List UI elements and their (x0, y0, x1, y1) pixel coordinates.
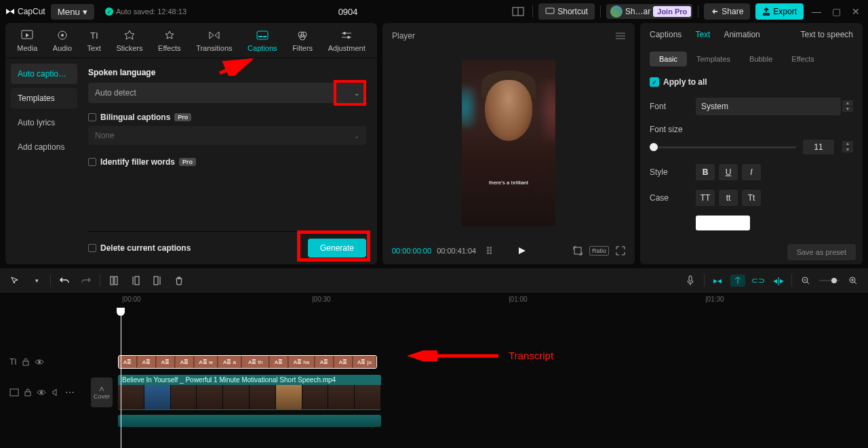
delete-button[interactable] (171, 272, 187, 289)
tab-effects[interactable]: Effects (158, 28, 180, 52)
playhead[interactable] (121, 308, 121, 448)
preview-icon[interactable]: ◂|▸ (771, 274, 786, 287)
right-tab-text[interactable]: Text (695, 30, 710, 45)
minimize-button[interactable]: — (809, 3, 824, 20)
export-button[interactable]: Export (755, 3, 804, 20)
subtab-basic[interactable]: Basic (650, 52, 687, 66)
zoom-slider[interactable] (819, 272, 840, 289)
caption-clip[interactable]: A≣ (176, 356, 194, 368)
eye-icon[interactable] (37, 389, 46, 396)
selection-dropdown[interactable]: ▾ (28, 272, 45, 289)
subtab-effects[interactable]: Effects (782, 52, 823, 66)
zoom-out-button[interactable] (797, 272, 814, 289)
sidebar-auto-lyrics[interactable]: Auto lyrics (11, 113, 77, 133)
font-stepper[interactable]: ▲▼ (842, 100, 853, 113)
tab-media[interactable]: Media (17, 28, 37, 52)
magnet-icon[interactable]: ▸◂ (710, 274, 725, 287)
lock-icon[interactable] (22, 358, 29, 366)
join-pro-badge[interactable]: Join Pro (653, 6, 691, 17)
user-account[interactable]: Sh…ar Join Pro (606, 4, 692, 19)
audio-clip[interactable] (118, 415, 381, 427)
caption-clip[interactable]: A≣ (157, 356, 175, 368)
selection-tool[interactable] (7, 272, 23, 289)
redo-button[interactable] (78, 272, 94, 289)
right-tab-tts[interactable]: Text to speech (801, 30, 853, 45)
lock-icon[interactable] (24, 388, 31, 396)
snap-icon[interactable] (730, 274, 745, 287)
italic-button[interactable]: I (742, 164, 761, 180)
case-title-button[interactable]: Tt (742, 190, 761, 206)
sidebar-add-captions[interactable]: Add captions (11, 137, 77, 157)
scale-icon[interactable] (573, 246, 583, 256)
fullscreen-icon[interactable] (616, 246, 625, 256)
generate-button[interactable]: Generate (308, 239, 366, 258)
more-icon[interactable]: ⋯ (65, 387, 75, 398)
color-swatch[interactable] (696, 216, 750, 230)
share-button[interactable]: Share (704, 3, 750, 20)
fontsize-stepper[interactable]: ▲▼ (842, 141, 853, 153)
tab-text[interactable]: TIText (87, 28, 101, 52)
caption-clip[interactable]: A≣ (119, 356, 137, 368)
play-button[interactable] (517, 246, 526, 256)
bold-button[interactable]: B (696, 164, 715, 180)
caption-clip[interactable]: A≣ (315, 356, 334, 368)
zoom-in-button[interactable] (845, 272, 861, 289)
player-viewport[interactable]: there's a brilliant (382, 49, 635, 237)
caption-clips[interactable]: A≣ A≣ A≣ A≣ A≣ w A≣ a A≣ th A≣ A≣ ha A≣ … (118, 355, 377, 369)
timeline-tracks[interactable]: TI A≣ A≣ A≣ A≣ A≣ w A≣ a A≣ th A≣ A≣ ha … (0, 308, 868, 448)
mic-icon[interactable] (682, 272, 698, 289)
spoken-language-select[interactable]: Auto detect ⌄ (88, 83, 366, 103)
right-tab-animation[interactable]: Animation (724, 30, 760, 45)
fontsize-slider[interactable] (650, 146, 796, 148)
sidebar-auto-captions[interactable]: Auto captio… (11, 64, 77, 84)
split-button[interactable] (106, 272, 122, 289)
shortcut-button[interactable]: Shortcut (538, 3, 595, 20)
timeline-ruler[interactable]: |00:00 |00:30 |01:00 |01:30 (0, 293, 868, 308)
case-upper-button[interactable]: TT (696, 190, 715, 206)
close-button[interactable]: ✕ (849, 3, 863, 20)
filler-checkbox[interactable] (88, 158, 96, 166)
tab-transitions[interactable]: Transitions (196, 28, 232, 52)
mute-icon[interactable] (52, 388, 60, 396)
maximize-button[interactable]: ▢ (829, 3, 844, 20)
caption-clip[interactable]: A≣ th (242, 356, 269, 368)
undo-button[interactable] (56, 272, 73, 289)
fontsize-value[interactable]: 11 (803, 140, 834, 155)
tab-adjustment[interactable]: Adjustment (328, 28, 366, 52)
subtab-templates[interactable]: Templates (687, 52, 740, 66)
player-menu-icon[interactable] (616, 32, 625, 40)
caption-clip[interactable]: A≣ (334, 356, 353, 368)
delete-captions-checkbox[interactable] (88, 244, 96, 252)
tab-captions[interactable]: Captions (248, 28, 277, 52)
tab-filters[interactable]: Filters (292, 28, 313, 52)
caption-clip[interactable]: A≣ (138, 356, 156, 368)
caption-clip[interactable]: A≣ ha (289, 356, 315, 368)
sidebar-templates[interactable]: Templates (11, 88, 77, 108)
caption-clip[interactable]: A≣ (270, 356, 288, 368)
project-name[interactable]: 0904 (192, 7, 504, 17)
right-tab-captions[interactable]: Captions (650, 30, 682, 45)
ratio-button[interactable]: Ratio (589, 246, 609, 256)
eye-icon[interactable] (35, 359, 44, 365)
apply-all-checkbox[interactable]: ✓ (650, 77, 659, 87)
tab-stickers[interactable]: Stickers (116, 28, 142, 52)
layout-icon[interactable] (509, 4, 527, 19)
link-icon[interactable]: ⊂⊃ (751, 274, 766, 287)
video-clip[interactable]: Believe In Yourself _ Powerful 1 Minute … (118, 375, 381, 410)
cover-button[interactable]: Cover (91, 378, 113, 407)
subtab-bubble[interactable]: Bubble (740, 52, 782, 66)
caption-clip[interactable]: A≣ a (218, 356, 241, 368)
caption-clip[interactable]: A≣ w (195, 356, 218, 368)
trim-right-button[interactable] (149, 272, 165, 289)
tab-audio[interactable]: Audio (53, 28, 72, 52)
list-icon[interactable] (487, 247, 498, 255)
time-duration: 00:00:41:04 (437, 247, 476, 255)
save-preset-button[interactable]: Save as preset (787, 244, 856, 260)
menu-button[interactable]: Menu ▾ (51, 4, 94, 20)
bilingual-checkbox[interactable] (88, 113, 96, 121)
font-select[interactable]: System (696, 98, 841, 115)
case-lower-button[interactable]: tt (719, 190, 738, 206)
caption-clip[interactable]: A≣ ju (353, 356, 376, 368)
trim-left-button[interactable] (127, 272, 144, 289)
underline-button[interactable]: U (719, 164, 738, 180)
